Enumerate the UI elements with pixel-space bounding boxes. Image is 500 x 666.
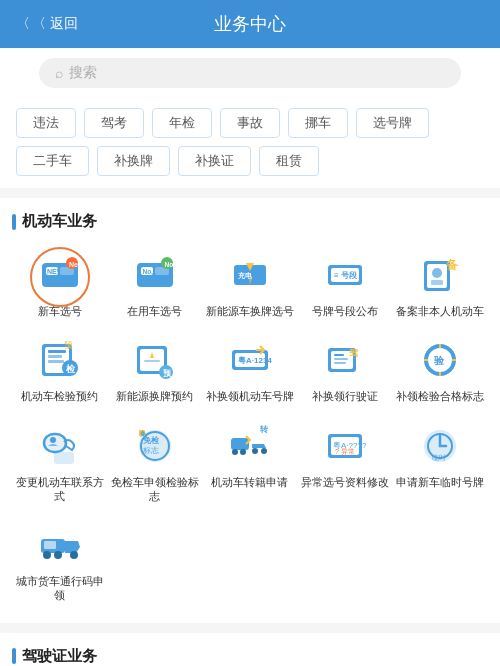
replace-badge-icon-wrap: 验: [416, 336, 464, 384]
exempt-inspect-item[interactable]: 免检 标志 免 免检车申领检验标志: [107, 416, 202, 510]
svg-rect-35: [144, 360, 160, 362]
new-car-select-icon: NEW New: [38, 253, 82, 297]
svg-point-63: [252, 448, 258, 454]
svg-point-52: [50, 437, 56, 443]
svg-text:验: 验: [433, 355, 445, 366]
back-button[interactable]: 〈 〈 返回: [16, 15, 78, 33]
replace-badge-icon: 验: [418, 338, 462, 382]
change-contact-icon-wrap: [36, 422, 84, 470]
license-section-title: 驾驶证业务: [12, 647, 488, 666]
svg-text:No: No: [164, 261, 173, 268]
svg-text:粤A·1234: 粤A·1234: [238, 356, 272, 365]
vehicle-transfer-item[interactable]: 转 机动车转籍申请: [202, 416, 297, 510]
svg-text:转: 转: [259, 425, 269, 434]
svg-rect-51: [44, 434, 66, 452]
exempt-inspect-icon: 免检 标志 免: [133, 424, 177, 468]
change-contact-label: 变更机动车联系方式: [14, 475, 105, 504]
license-section: 驾驶证业务 考试预约: [0, 633, 500, 666]
new-car-select-icon-wrap: NEW New: [36, 251, 84, 299]
vehicle-inspect-label: 机动车检验预约: [21, 389, 98, 403]
tag-used-car[interactable]: 二手车: [16, 146, 89, 176]
svg-rect-28: [48, 360, 64, 363]
motor-section: 机动车业务 NEW New 新车选号: [0, 198, 500, 623]
search-input-container[interactable]: ⌕ 搜索: [39, 58, 460, 88]
tag-accident[interactable]: 事故: [220, 108, 280, 138]
change-contact-icon: [38, 424, 82, 468]
tag-replace-cert[interactable]: 补换证: [178, 146, 251, 176]
abnormal-select-icon-wrap: 粤A·???? ? 异常: [321, 422, 369, 470]
svg-point-75: [54, 551, 62, 559]
change-contact-item[interactable]: 变更机动车联系方式: [12, 416, 107, 510]
svg-text:预: 预: [64, 340, 73, 350]
vehicle-transfer-label: 机动车转籍申请: [211, 475, 288, 489]
svg-point-61: [232, 449, 238, 455]
replace-badge-item[interactable]: 验 补领检验合格标志: [393, 330, 488, 409]
svg-text:免: 免: [139, 430, 147, 437]
tag-move-car[interactable]: 挪车: [288, 108, 348, 138]
plate-section-icon: ≡ 号段: [323, 253, 367, 297]
tag-annual-check[interactable]: 年检: [152, 108, 212, 138]
vehicle-transfer-icon: 转: [228, 424, 272, 468]
new-energy-appt-item[interactable]: 预 新能源换牌预约: [107, 330, 202, 409]
replace-license-icon-wrap: 驾: [321, 336, 369, 384]
svg-rect-44: [334, 358, 348, 360]
search-placeholder-text: 搜索: [69, 64, 97, 82]
new-energy-appt-icon-wrap: 预: [131, 336, 179, 384]
motor-grid: NEW New 新车选号 No. No 在用车选号: [12, 245, 488, 609]
vehicle-backup-icon-wrap: 备: [416, 251, 464, 299]
plate-section-item[interactable]: ≡ 号段 号牌号段公布: [298, 245, 393, 324]
truck-pass-item[interactable]: 城市货车通行码申领: [12, 515, 107, 609]
truck-pass-label: 城市货车通行码申领: [14, 574, 105, 603]
replace-license-icon: 驾: [323, 338, 367, 382]
used-car-select-label: 在用车选号: [127, 304, 182, 318]
svg-text:No.: No.: [142, 268, 153, 275]
temp-plate-icon: 临时: [418, 424, 462, 468]
svg-text:? 异常: ? 异常: [335, 448, 355, 456]
new-energy-appt-icon: 预: [133, 338, 177, 382]
svg-text:New: New: [69, 261, 82, 268]
new-energy-select-item[interactable]: 充电 新能源车换牌选号: [202, 245, 297, 324]
vehicle-backup-label: 备案非本人机动车: [396, 304, 484, 318]
svg-text:标志: 标志: [142, 446, 159, 455]
plate-section-icon-wrap: ≡ 号段: [321, 251, 369, 299]
replace-license-label: 补换领行驶证: [312, 389, 378, 403]
vehicle-backup-item[interactable]: 备 备案非本人机动车: [393, 245, 488, 324]
svg-text:备: 备: [445, 258, 459, 272]
replace-plate-item[interactable]: 粤A·1234 补换领机动车号牌: [202, 330, 297, 409]
abnormal-select-icon: 粤A·???? ? 异常: [323, 424, 367, 468]
new-energy-select-label: 新能源车换牌选号: [206, 304, 294, 318]
vehicle-inspect-icon-wrap: 预 检: [36, 336, 84, 384]
abnormal-select-item[interactable]: 粤A·???? ? 异常 异常选号资料修改: [298, 416, 393, 510]
svg-rect-26: [48, 350, 66, 353]
temp-plate-icon-wrap: 临时: [416, 422, 464, 470]
used-car-select-item[interactable]: No. No 在用车选号: [107, 245, 202, 324]
quick-tags-container: 违法 驾考 年检 事故 挪车 选号牌 二手车 补换牌 补换证 租赁: [0, 98, 500, 188]
header: 〈 〈 返回 业务中心: [0, 0, 500, 48]
new-energy-appt-label: 新能源换牌预约: [116, 389, 193, 403]
replace-plate-icon-wrap: 粤A·1234: [226, 336, 274, 384]
replace-badge-label: 补领检验合格标志: [396, 389, 484, 403]
new-car-select-item[interactable]: NEW New 新车选号: [12, 245, 107, 324]
temp-plate-item[interactable]: 临时 申请新车临时号牌: [393, 416, 488, 510]
tag-rental[interactable]: 租赁: [259, 146, 319, 176]
motor-section-title: 机动车业务: [12, 212, 488, 231]
search-bar: ⌕ 搜索: [0, 48, 500, 98]
tag-driving-test[interactable]: 驾考: [84, 108, 144, 138]
svg-point-21: [432, 268, 442, 278]
tag-violation[interactable]: 违法: [16, 108, 76, 138]
plate-section-label: 号牌号段公布: [312, 304, 378, 318]
svg-text:≡ 号段: ≡ 号段: [334, 271, 358, 280]
svg-rect-45: [334, 362, 346, 364]
used-car-select-icon-wrap: No. No: [131, 251, 179, 299]
vehicle-inspect-item[interactable]: 预 检 机动车检验预约: [12, 330, 107, 409]
tag-replace-plate[interactable]: 补换牌: [97, 146, 170, 176]
back-label: 〈 返回: [32, 15, 78, 33]
temp-plate-label: 申请新车临时号牌: [396, 475, 484, 489]
exempt-inspect-icon-wrap: 免检 标志 免: [131, 422, 179, 470]
new-energy-select-icon-wrap: 充电: [226, 251, 274, 299]
page-title: 业务中心: [214, 12, 286, 36]
replace-plate-label: 补换领机动车号牌: [206, 389, 294, 403]
replace-license-item[interactable]: 驾 补换领行驶证: [298, 330, 393, 409]
svg-text:检: 检: [65, 364, 76, 374]
tag-select-plate[interactable]: 选号牌: [356, 108, 429, 138]
